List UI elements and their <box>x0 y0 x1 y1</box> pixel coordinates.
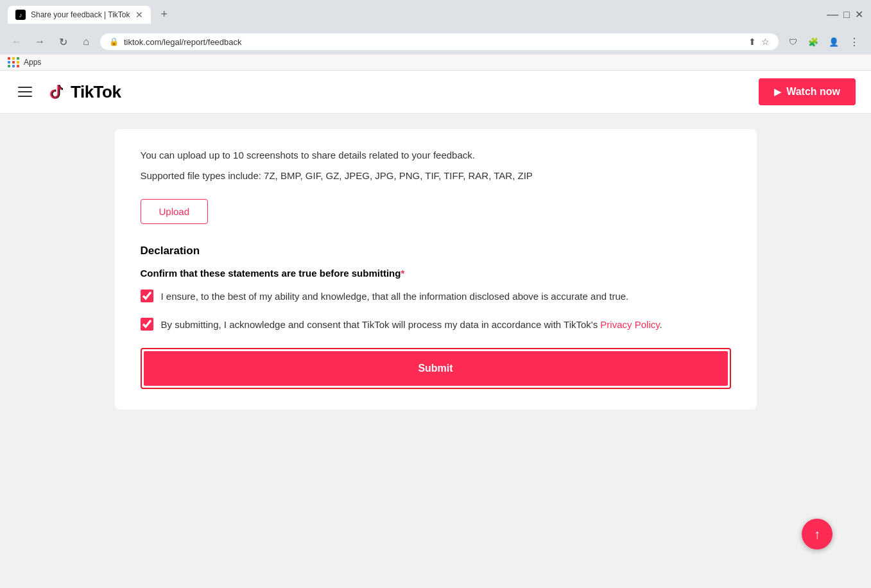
nav-actions: 🛡 🧩 👤 ⋮ <box>784 33 863 51</box>
submit-section: Submit <box>141 348 731 389</box>
svg-rect-2 <box>45 80 68 103</box>
main-content: You can upload up to 10 screenshots to s… <box>0 114 871 425</box>
tiktok-logo-icon <box>45 80 68 103</box>
profile-icon[interactable]: 👤 <box>825 33 843 51</box>
watch-now-label: Watch now <box>786 86 840 98</box>
window-controls: — □ ✕ <box>827 8 863 21</box>
forward-button[interactable]: → <box>31 33 49 51</box>
extensions-icon[interactable]: 🧩 <box>804 33 822 51</box>
submit-btn-wrapper: Submit <box>141 348 731 389</box>
apps-label[interactable]: Apps <box>24 58 41 67</box>
menu-dots-button[interactable]: ⋮ <box>845 33 863 51</box>
home-button[interactable]: ⌂ <box>77 33 95 51</box>
maximize-button[interactable]: □ <box>843 9 850 21</box>
share-icon: ⬆ <box>748 37 756 47</box>
back-button[interactable]: ← <box>8 33 26 51</box>
close-window-button[interactable]: ✕ <box>855 8 863 21</box>
watch-now-button[interactable]: ▶ Watch now <box>759 78 856 105</box>
hamburger-line <box>18 96 32 97</box>
browser-navbar: ← → ↻ ⌂ 🔒 tiktok.com/legal/report/feedba… <box>0 29 871 55</box>
checkbox-1-text: I ensure, to the best of my ability and … <box>161 289 629 304</box>
scroll-to-top-button[interactable]: ↑ <box>802 519 832 549</box>
refresh-button[interactable]: ↻ <box>54 33 72 51</box>
checkbox-item-2: By submitting, I acknowledge and consent… <box>141 317 731 333</box>
hamburger-menu-button[interactable] <box>15 84 35 99</box>
declaration-section: Declaration Confirm that these statement… <box>141 245 731 389</box>
play-icon: ▶ <box>774 87 781 97</box>
tab-close-button[interactable]: ✕ <box>135 10 143 20</box>
checkbox-2[interactable] <box>141 318 153 331</box>
minimize-button[interactable]: — <box>827 8 838 21</box>
browser-titlebar: ♪ Share your feedback | TikTok ✕ + — □ ✕ <box>0 0 871 29</box>
upload-button[interactable]: Upload <box>141 199 209 224</box>
page-wrapper: TikTok ▶ Watch now You can upload up to … <box>0 71 871 575</box>
new-tab-button[interactable]: + <box>156 5 173 24</box>
hamburger-line <box>18 87 32 88</box>
browser-chrome: ♪ Share your feedback | TikTok ✕ + — □ ✕… <box>0 0 871 71</box>
confirm-label-text: Confirm that these statements are true b… <box>141 268 401 279</box>
tiktok-logo[interactable]: TikTok <box>45 80 121 103</box>
lock-icon: 🔒 <box>109 37 119 46</box>
header-left: TikTok <box>15 80 121 103</box>
url-text: tiktok.com/legal/report/feedback <box>124 37 743 47</box>
privacy-policy-link[interactable]: Privacy Policy <box>600 319 659 330</box>
confirm-label: Confirm that these statements are true b… <box>141 268 731 279</box>
file-types-text: Supported file types include: 7Z, BMP, G… <box>141 168 731 184</box>
submit-button[interactable]: Submit <box>144 351 728 386</box>
checkbox-2-text: By submitting, I acknowledge and consent… <box>161 317 662 333</box>
bookmark-icon: ☆ <box>761 37 770 47</box>
browser-tab[interactable]: ♪ Share your feedback | TikTok ✕ <box>8 6 151 24</box>
checkbox-item-1: I ensure, to the best of my ability and … <box>141 289 731 304</box>
svg-text:♪: ♪ <box>19 12 22 19</box>
address-bar[interactable]: 🔒 tiktok.com/legal/report/feedback ⬆ ☆ <box>100 33 779 50</box>
page-inner: TikTok ▶ Watch now You can upload up to … <box>0 71 871 575</box>
arrow-up-icon: ↑ <box>814 527 820 542</box>
required-star: * <box>401 268 404 279</box>
tab-title: Share your feedback | TikTok <box>31 10 130 19</box>
ublock-icon[interactable]: 🛡 <box>784 33 802 51</box>
upload-info-text: You can upload up to 10 screenshots to s… <box>141 150 731 160</box>
hamburger-line <box>18 91 32 92</box>
form-card: You can upload up to 10 screenshots to s… <box>115 129 757 410</box>
declaration-title: Declaration <box>141 245 731 257</box>
tab-favicon: ♪ <box>15 10 26 20</box>
tiktok-header: TikTok ▶ Watch now <box>0 71 871 114</box>
checkbox-2-post-text: . <box>660 319 662 330</box>
bookmarks-bar: Apps <box>0 55 871 71</box>
checkbox-1[interactable] <box>141 290 153 302</box>
tiktok-logo-text: TikTok <box>71 82 121 102</box>
checkbox-2-pre-text: By submitting, I acknowledge and consent… <box>161 319 601 330</box>
apps-grid-icon <box>8 57 20 67</box>
